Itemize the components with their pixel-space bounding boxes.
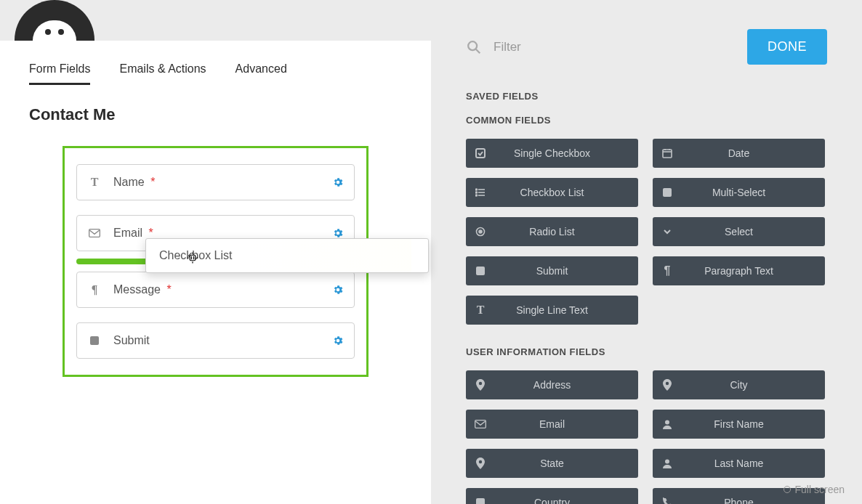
chip-label: Select xyxy=(682,226,825,237)
chip-label: City xyxy=(682,379,825,391)
chip-label: Last Name xyxy=(682,458,825,469)
field-chip-email[interactable]: Email xyxy=(466,410,638,439)
gear-icon[interactable] xyxy=(332,284,344,296)
field-label: Name * xyxy=(113,176,332,189)
field-palette-panel: DONE SAVED FIELDS COMMON FIELDS Single C… xyxy=(431,0,862,504)
gear-icon[interactable] xyxy=(332,227,344,239)
field-chip-submit[interactable]: Submit xyxy=(466,256,638,285)
cal-icon xyxy=(653,148,682,158)
field-chip-select[interactable]: Select xyxy=(653,217,825,246)
chip-label: State xyxy=(495,458,638,469)
field-chip-address[interactable]: Address xyxy=(466,370,638,399)
chip-label: Single Checkbox xyxy=(495,147,638,159)
text-icon: T xyxy=(87,176,102,189)
section-common-fields: COMMON FIELDS xyxy=(466,115,827,126)
field-chip-country[interactable]: Country xyxy=(466,488,638,504)
field-chip-radio-list[interactable]: Radio List xyxy=(466,217,638,246)
field-chip-paragraph-text[interactable]: ¶Paragraph Text xyxy=(653,256,825,285)
svg-point-13 xyxy=(476,192,478,193)
chev-icon xyxy=(653,227,682,237)
chip-label: Paragraph Text xyxy=(682,265,825,277)
svg-rect-4 xyxy=(476,149,485,158)
svg-point-14 xyxy=(476,195,478,196)
pin-icon xyxy=(653,379,682,391)
mail-icon xyxy=(466,420,495,428)
chip-label: First Name xyxy=(682,418,825,430)
svg-point-17 xyxy=(479,230,482,233)
svg-rect-18 xyxy=(476,267,485,275)
chip-label: Address xyxy=(495,379,638,391)
sq2-icon xyxy=(466,266,495,276)
svg-line-3 xyxy=(476,49,480,53)
svg-point-21 xyxy=(665,460,669,464)
gear-icon[interactable] xyxy=(332,176,344,188)
svg-point-2 xyxy=(468,41,477,50)
svg-rect-0 xyxy=(89,229,100,237)
field-label: Submit xyxy=(113,334,332,347)
svg-rect-5 xyxy=(663,150,672,158)
mail-icon xyxy=(87,229,102,237)
field-chip-multi-select[interactable]: Multi-Select xyxy=(653,178,825,207)
user-icon xyxy=(653,419,682,429)
field-chip-last-name[interactable]: Last Name xyxy=(653,449,825,478)
field-chip-city[interactable]: City xyxy=(653,370,825,399)
field-label: Message * xyxy=(113,283,332,296)
field-chip-state[interactable]: State xyxy=(466,449,638,478)
field-chip-first-name[interactable]: First Name xyxy=(653,410,825,439)
square-icon xyxy=(87,336,102,346)
form-field-name[interactable]: TName * xyxy=(76,164,355,200)
tab-form-fields[interactable]: Form Fields xyxy=(29,62,90,85)
svg-rect-19 xyxy=(475,420,486,428)
radio-icon xyxy=(466,227,495,237)
chip-label: Single Line Text xyxy=(495,304,638,316)
svg-rect-23 xyxy=(190,255,196,261)
chip-label: Country xyxy=(495,497,638,504)
chip-label: Multi-Select xyxy=(682,187,825,198)
editor-tabs: Form FieldsEmails & ActionsAdvanced xyxy=(29,62,402,85)
svg-rect-22 xyxy=(476,498,485,504)
ninja-logo xyxy=(15,0,94,41)
sq-icon xyxy=(653,187,682,198)
gear-icon[interactable] xyxy=(332,335,344,346)
para-icon: ¶ xyxy=(653,264,682,277)
section-user-fields: USER INFORMATION FIELDS xyxy=(466,346,827,357)
svg-point-20 xyxy=(665,420,669,425)
fullscreen-toggle[interactable]: Full screen xyxy=(784,484,845,495)
user-fields-grid: AddressCityEmailFirst NameStateLast Name… xyxy=(466,370,827,504)
done-button[interactable]: DONE xyxy=(747,29,827,65)
check-icon xyxy=(466,148,495,158)
user-icon xyxy=(653,458,682,468)
fullscreen-icon xyxy=(784,486,791,493)
form-field-message[interactable]: ¶Message * xyxy=(76,272,355,308)
form-title[interactable]: Contact Me xyxy=(29,105,402,124)
chip-label: Email xyxy=(495,418,638,430)
fullscreen-label: Full screen xyxy=(795,484,845,495)
tab-emails-actions[interactable]: Emails & Actions xyxy=(119,62,206,85)
phone-icon xyxy=(653,497,682,504)
common-fields-grid: Single CheckboxDateCheckbox ListMulti-Se… xyxy=(466,139,827,325)
field-chip-single-checkbox[interactable]: Single Checkbox xyxy=(466,139,638,168)
chip-label: Radio List xyxy=(495,226,638,237)
svg-point-12 xyxy=(476,189,478,190)
filter-input[interactable] xyxy=(494,40,747,54)
chip-label: Phone xyxy=(682,497,825,504)
pin-icon xyxy=(466,379,495,391)
list-icon xyxy=(466,187,495,198)
tab-advanced[interactable]: Advanced xyxy=(235,62,287,85)
svg-rect-15 xyxy=(663,188,672,197)
svg-rect-1 xyxy=(90,336,99,345)
pin-icon xyxy=(466,458,495,469)
field-chip-single-line-text[interactable]: TSingle Line Text xyxy=(466,296,638,325)
form-field-submit[interactable]: Submit xyxy=(76,322,355,359)
chip-label: Date xyxy=(682,147,825,159)
chip-label: Submit xyxy=(495,265,638,277)
sq-icon xyxy=(466,497,495,504)
field-chip-checkbox-list[interactable]: Checkbox List xyxy=(466,178,638,207)
search-icon xyxy=(466,39,482,55)
field-chip-date[interactable]: Date xyxy=(653,139,825,168)
chip-label: Checkbox List xyxy=(495,187,638,198)
para-icon: ¶ xyxy=(87,283,102,296)
text-icon: T xyxy=(466,304,495,317)
section-saved-fields: SAVED FIELDS xyxy=(466,91,827,102)
cursor-icon xyxy=(186,251,199,264)
